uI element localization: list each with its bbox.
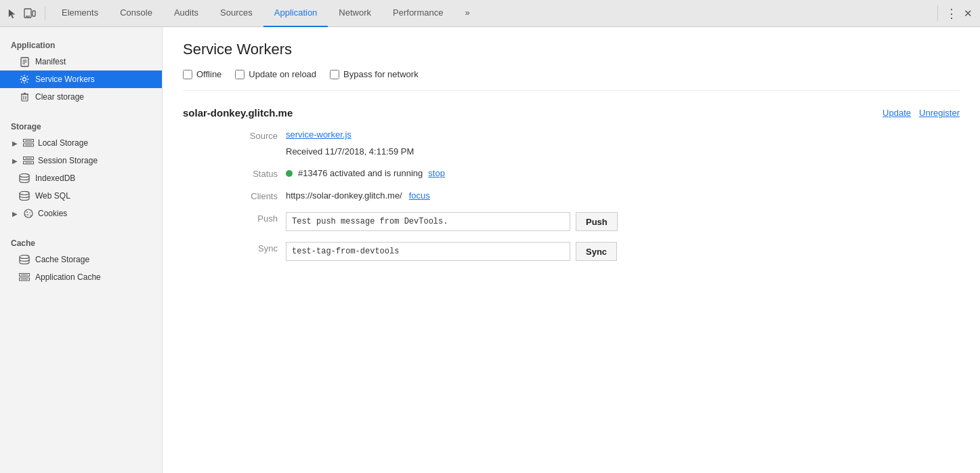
source-label: Source [223, 129, 278, 157]
sidebar-item-indexeddb[interactable]: IndexedDB [0, 169, 162, 187]
focus-link[interactable]: focus [409, 190, 430, 201]
source-value-group: service-worker.js Received 11/7/2018, 4:… [286, 129, 960, 157]
offline-checkbox-label[interactable]: Offline [183, 69, 221, 79]
sidebar-item-manifest[interactable]: Manifest [0, 53, 162, 70]
cookies-icon [23, 208, 34, 219]
bypass-for-network-checkbox[interactable] [330, 70, 339, 79]
web-sql-icon [19, 190, 30, 201]
sidebar-item-cache-storage[interactable]: Cache Storage [0, 251, 162, 268]
tab-elements[interactable]: Elements [51, 0, 109, 27]
status-dot [286, 170, 293, 177]
trash-icon [19, 91, 30, 102]
cursor-icon[interactable] [5, 7, 19, 20]
options-row: Offline Update on reload Bypass for netw… [183, 69, 960, 91]
toolbar-icons [5, 7, 45, 20]
svg-point-29 [20, 255, 29, 259]
sw-actions: Update Unregister [882, 108, 960, 118]
svg-point-7 [23, 78, 26, 81]
status-row: #13476 activated and is running stop [286, 167, 960, 179]
arrow-icon: ▶ [11, 139, 19, 147]
push-input[interactable] [286, 212, 570, 231]
sidebar-item-application-cache[interactable]: Application Cache [0, 268, 162, 286]
sidebar-item-web-sql[interactable]: Web SQL [0, 187, 162, 205]
svg-point-27 [30, 215, 30, 215]
tab-application[interactable]: Application [263, 0, 328, 27]
sw-domain: solar-donkey.glitch.me [183, 107, 293, 119]
update-link[interactable]: Update [882, 108, 911, 118]
local-storage-icon [23, 138, 34, 148]
sidebar-item-clear-storage[interactable]: Clear storage [0, 88, 162, 106]
tab-bar-actions: ⋮ ✕ [933, 5, 975, 22]
sync-input[interactable] [286, 242, 570, 261]
offline-checkbox[interactable] [183, 70, 192, 79]
tab-network[interactable]: Network [328, 0, 382, 27]
push-button[interactable]: Push [576, 212, 618, 231]
application-cache-icon [19, 272, 30, 283]
update-on-reload-checkbox-label[interactable]: Update on reload [235, 69, 316, 79]
sync-label: Sync [223, 242, 278, 261]
tab-bar: Elements Console Audits Sources Applicat… [0, 0, 980, 27]
status-text: #13476 activated and is running [298, 168, 423, 178]
tab-more[interactable]: » [454, 0, 480, 27]
tab-sources[interactable]: Sources [209, 0, 263, 27]
svg-point-22 [20, 192, 29, 195]
arrow-icon: ▶ [11, 209, 19, 218]
indexeddb-icon [19, 173, 30, 184]
svg-point-23 [24, 209, 33, 218]
sidebar-item-cookies[interactable]: ▶ Cookies [0, 205, 162, 222]
sync-button[interactable]: Sync [576, 242, 617, 261]
menu-icon[interactable]: ⋮ [945, 7, 958, 20]
sw-domain-row: solar-donkey.glitch.me Update Unregister [183, 107, 960, 119]
status-label: Status [223, 167, 278, 179]
source-file-link[interactable]: service-worker.js [286, 129, 960, 140]
session-storage-icon [23, 155, 34, 166]
svg-rect-1 [33, 11, 35, 16]
svg-point-26 [27, 214, 28, 215]
sidebar-item-local-storage[interactable]: ▶ Local Storage [0, 134, 162, 152]
manifest-icon [19, 56, 30, 67]
tab-performance[interactable]: Performance [382, 0, 454, 27]
svg-point-24 [26, 211, 28, 213]
application-section-title: Application [0, 33, 162, 53]
unregister-link[interactable]: Unregister [919, 108, 960, 118]
device-icon[interactable] [23, 7, 37, 20]
arrow-icon: ▶ [11, 157, 19, 165]
main-layout: Application Manifest Servi [0, 27, 980, 473]
bypass-for-network-checkbox-label[interactable]: Bypass for network [330, 69, 419, 79]
stop-link[interactable]: stop [428, 168, 445, 178]
page-title: Service Workers [183, 41, 960, 58]
tab-audits[interactable]: Audits [163, 0, 209, 27]
svg-point-28 [25, 214, 26, 215]
clients-label: Clients [223, 190, 278, 201]
sidebar: Application Manifest Servi [0, 27, 163, 473]
storage-section-title: Storage [0, 114, 162, 134]
push-row: Push [286, 212, 960, 231]
clients-url: https://solar-donkey.glitch.me/ [286, 190, 402, 201]
push-label: Push [223, 212, 278, 231]
sidebar-item-service-workers[interactable]: Service Workers [0, 70, 162, 88]
service-worker-entry: solar-donkey.glitch.me Update Unregister… [183, 107, 960, 261]
sync-row: Sync [286, 242, 960, 261]
sw-details: Source service-worker.js Received 11/7/2… [223, 129, 960, 261]
sidebar-item-session-storage[interactable]: ▶ Session Storage [0, 152, 162, 169]
gear-icon [19, 74, 30, 85]
svg-point-21 [20, 174, 29, 178]
tab-console[interactable]: Console [109, 0, 163, 27]
received-text: Received 11/7/2018, 4:11:59 PM [286, 146, 960, 157]
clients-row: https://solar-donkey.glitch.me/ focus [286, 190, 960, 201]
content-area: Service Workers Offline Update on reload… [163, 27, 980, 473]
svg-rect-8 [22, 94, 28, 101]
source-file-anchor[interactable]: service-worker.js [286, 129, 351, 140]
cache-section-title: Cache [0, 230, 162, 251]
update-on-reload-checkbox[interactable] [235, 70, 244, 79]
svg-point-25 [29, 212, 30, 213]
cache-storage-icon [19, 254, 30, 265]
close-icon[interactable]: ✕ [961, 7, 975, 20]
